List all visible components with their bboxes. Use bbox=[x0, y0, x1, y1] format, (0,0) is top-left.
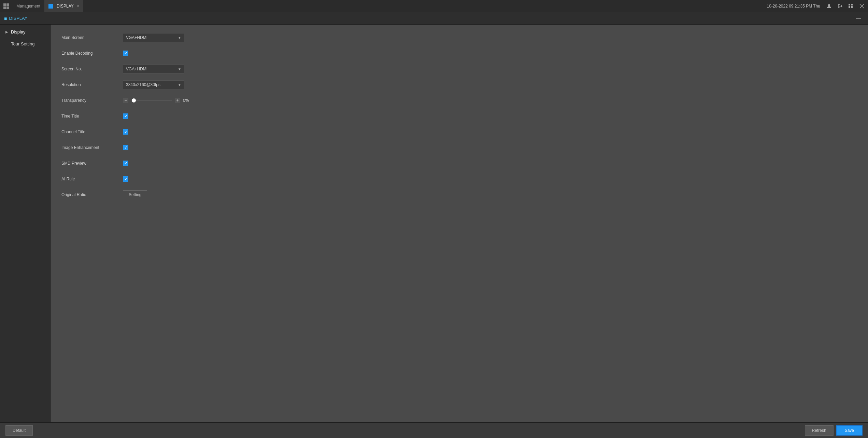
label-enable-decoding: Enable Decoding bbox=[61, 51, 123, 56]
label-original-ratio: Original Ratio bbox=[61, 192, 123, 197]
control-resolution: 3840x2160@30fps ▼ bbox=[123, 80, 184, 89]
svg-rect-8 bbox=[851, 6, 853, 8]
form-row-smd-preview: SMD Preview bbox=[61, 159, 857, 168]
checkbox-time-title[interactable] bbox=[123, 113, 128, 119]
control-ai-rule bbox=[123, 176, 128, 182]
form-row-resolution: Resolution 3840x2160@30fps ▼ bbox=[61, 80, 857, 90]
form-row-enable-decoding: Enable Decoding bbox=[61, 49, 857, 58]
display-header-icon: ■ bbox=[4, 16, 7, 21]
svg-rect-5 bbox=[849, 4, 850, 5]
label-main-screen: Main Screen bbox=[61, 35, 123, 40]
form-row-ai-rule: AI Rule bbox=[61, 174, 857, 184]
sidebar-item-tour-setting[interactable]: Tour Setting bbox=[0, 38, 50, 50]
label-smd-preview: SMD Preview bbox=[61, 161, 123, 166]
label-transparency: Transparency bbox=[61, 98, 123, 103]
control-transparency: − + 0% bbox=[123, 98, 193, 103]
close-topbar-icon[interactable] bbox=[858, 3, 865, 10]
dropdown-screen-no-value: VGA+HDMI bbox=[126, 67, 147, 71]
sidebar-item-display[interactable]: ▶ Display bbox=[0, 26, 50, 38]
tab-display-active[interactable]: DISPLAY × bbox=[44, 0, 83, 12]
label-channel-title: Channel Title bbox=[61, 129, 123, 134]
svg-rect-1 bbox=[6, 3, 9, 6]
user-icon[interactable] bbox=[826, 3, 833, 10]
dropdown-resolution-value: 3840x2160@30fps bbox=[126, 82, 160, 87]
control-channel-title bbox=[123, 129, 128, 135]
main-layout: ▶ Display Tour Setting Main Screen VGA+H… bbox=[0, 25, 868, 426]
dropdown-main-screen[interactable]: VGA+HDMI ▼ bbox=[123, 33, 184, 42]
control-original-ratio: Setting bbox=[123, 190, 147, 199]
control-time-title bbox=[123, 113, 128, 119]
control-screen-no: VGA+HDMI ▼ bbox=[123, 65, 184, 73]
content-area: Main Screen VGA+HDMI ▼ Enable Decoding S… bbox=[51, 25, 868, 426]
sidebar: ▶ Display Tour Setting bbox=[0, 25, 51, 426]
control-enable-decoding bbox=[123, 51, 128, 56]
form-row-screen-no: Screen No. VGA+HDMI ▼ bbox=[61, 64, 857, 74]
minimize-button[interactable]: — bbox=[853, 15, 864, 22]
display-tab-icon bbox=[48, 4, 53, 9]
transparency-increase-button[interactable]: + bbox=[175, 98, 180, 103]
topbar-right: 10-20-2022 09:21:35 PM Thu bbox=[767, 3, 865, 10]
form-row-time-title: Time Title bbox=[61, 111, 857, 121]
svg-point-4 bbox=[828, 4, 830, 6]
checkbox-channel-title[interactable] bbox=[123, 129, 128, 135]
tab-management[interactable]: Management bbox=[12, 0, 44, 12]
bottom-bar: Default Refresh Save bbox=[0, 422, 868, 438]
svg-rect-7 bbox=[849, 6, 850, 8]
refresh-button[interactable]: Refresh bbox=[805, 425, 834, 436]
checkbox-smd-preview[interactable] bbox=[123, 161, 128, 166]
top-bar: Management DISPLAY × 10-20-2022 09:21:35… bbox=[0, 0, 868, 12]
form-row-original-ratio: Original Ratio Setting bbox=[61, 190, 857, 200]
save-button[interactable]: Save bbox=[836, 425, 863, 436]
transparency-slider-thumb[interactable] bbox=[132, 98, 136, 102]
control-smd-preview bbox=[123, 161, 128, 166]
sidebar-display-chevron: ▶ bbox=[5, 30, 8, 34]
sidebar-tour-label: Tour Setting bbox=[11, 41, 34, 46]
label-ai-rule: AI Rule bbox=[61, 177, 123, 181]
default-button[interactable]: Default bbox=[5, 425, 33, 436]
sidebar-display-label: Display bbox=[11, 29, 26, 35]
form-row-image-enhancement: Image Enhancement bbox=[61, 143, 857, 152]
form-row-transparency: Transparency − + 0% bbox=[61, 96, 857, 105]
dropdown-resolution-arrow: ▼ bbox=[178, 83, 181, 87]
label-screen-no: Screen No. bbox=[61, 67, 123, 71]
label-resolution: Resolution bbox=[61, 82, 123, 87]
tab-close-icon[interactable]: × bbox=[77, 4, 79, 8]
dropdown-resolution[interactable]: 3840x2160@30fps ▼ bbox=[123, 80, 184, 89]
checkbox-enable-decoding[interactable] bbox=[123, 51, 128, 56]
dropdown-main-screen-arrow: ▼ bbox=[178, 36, 181, 40]
dropdown-main-screen-value: VGA+HDMI bbox=[126, 35, 147, 40]
topbar-icons bbox=[826, 3, 865, 10]
checkbox-image-enhancement[interactable] bbox=[123, 145, 128, 150]
transparency-value-display: 0% bbox=[183, 98, 193, 103]
dropdown-screen-no-arrow: ▼ bbox=[178, 67, 181, 71]
dropdown-screen-no[interactable]: VGA+HDMI ▼ bbox=[123, 65, 184, 73]
checkbox-ai-rule[interactable] bbox=[123, 176, 128, 182]
logout-icon[interactable] bbox=[837, 3, 843, 10]
form-row-main-screen: Main Screen VGA+HDMI ▼ bbox=[61, 33, 857, 42]
setting-button[interactable]: Setting bbox=[123, 190, 147, 199]
control-main-screen: VGA+HDMI ▼ bbox=[123, 33, 184, 42]
transparency-decrease-button[interactable]: − bbox=[123, 98, 128, 103]
app-header-title: ■ DISPLAY bbox=[4, 16, 27, 21]
grid-icon[interactable] bbox=[848, 3, 854, 10]
label-time-title: Time Title bbox=[61, 114, 123, 119]
datetime-display: 10-20-2022 09:21:35 PM Thu bbox=[767, 4, 820, 9]
display-header-label: DISPLAY bbox=[9, 16, 27, 21]
app-logo bbox=[3, 3, 10, 10]
control-image-enhancement bbox=[123, 145, 128, 150]
app-header: ■ DISPLAY — bbox=[0, 12, 868, 25]
label-image-enhancement: Image Enhancement bbox=[61, 145, 123, 150]
svg-rect-3 bbox=[6, 6, 9, 9]
tab-display-label: DISPLAY bbox=[57, 4, 74, 9]
form-row-channel-title: Channel Title bbox=[61, 127, 857, 137]
svg-rect-2 bbox=[3, 6, 6, 9]
transparency-slider-track[interactable] bbox=[131, 100, 172, 101]
svg-rect-6 bbox=[851, 4, 853, 5]
svg-rect-0 bbox=[3, 3, 6, 6]
